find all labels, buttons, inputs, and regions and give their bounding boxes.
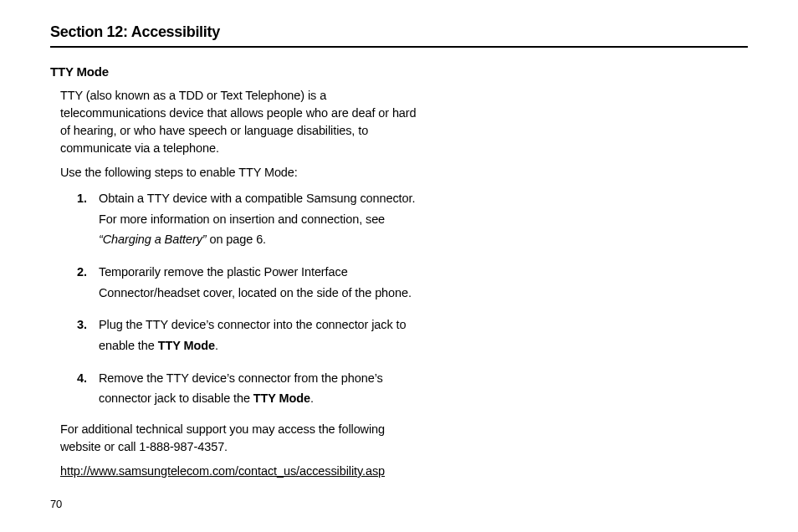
- step-text-part: Temporarily remove the plastic Power Int…: [99, 265, 412, 299]
- step-text-part: Obtain a TTY device with a compatible Sa…: [99, 192, 415, 226]
- content-block: TTY (also known as a TDD or Text Telepho…: [50, 87, 418, 478]
- step-text: Remove the TTY device’s connector from t…: [99, 368, 418, 409]
- step-text-part: .: [215, 339, 218, 352]
- step-text-part: Plug the TTY device’s connector into the…: [99, 318, 406, 352]
- step-item: 3. Plug the TTY device’s connector into …: [77, 315, 418, 356]
- step-item: 2. Temporarily remove the plastic Power …: [77, 262, 418, 303]
- step-text: Obtain a TTY device with a compatible Sa…: [99, 188, 418, 250]
- step-text: Plug the TTY device’s connector into the…: [99, 315, 418, 356]
- step-number: 4.: [77, 368, 99, 409]
- step-text-bold: TTY Mode: [158, 339, 215, 352]
- intro-paragraph-2: Use the following steps to enable TTY Mo…: [60, 164, 418, 182]
- intro-paragraph-1: TTY (also known as a TDD or Text Telepho…: [60, 87, 418, 157]
- steps-list: 1. Obtain a TTY device with a compatible…: [60, 188, 418, 409]
- step-item: 4. Remove the TTY device’s connector fro…: [77, 368, 418, 409]
- step-text: Temporarily remove the plastic Power Int…: [99, 262, 418, 303]
- support-url: http://www.samsungtelecom.com/contact_us…: [60, 464, 385, 478]
- page-number: 70: [50, 498, 62, 510]
- step-number: 2.: [77, 262, 99, 303]
- step-text-part: .: [310, 391, 314, 405]
- step-item: 1. Obtain a TTY device with a compatible…: [77, 188, 418, 250]
- step-number: 3.: [77, 315, 99, 356]
- section-title: Section 12: Accessibility: [50, 23, 748, 48]
- step-text-part: Remove the TTY device’s connector from t…: [99, 371, 383, 406]
- subsection-title: TTY Mode: [50, 64, 748, 79]
- step-number: 1.: [77, 188, 99, 250]
- step-text-part: on page 6.: [207, 233, 266, 246]
- step-text-emphasis: “Charging a Battery”: [99, 233, 207, 246]
- step-text-bold: TTY Mode: [253, 391, 310, 405]
- outro-paragraph: For additional technical support you may…: [60, 421, 418, 456]
